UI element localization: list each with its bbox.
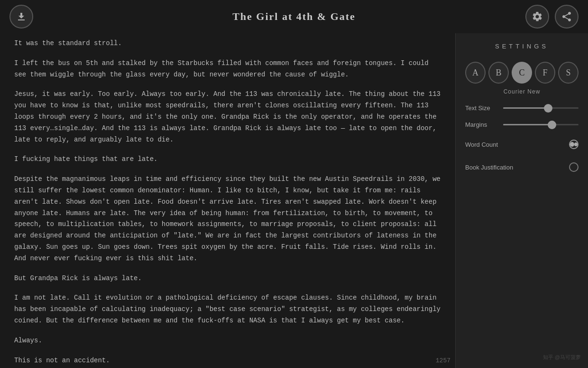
font-options: A B C F S bbox=[465, 62, 579, 84]
book-title: The Girl at 4th & Gate bbox=[232, 10, 356, 23]
margins-thumb[interactable] bbox=[548, 121, 556, 129]
text-size-fill bbox=[503, 107, 548, 109]
margins-fill bbox=[503, 124, 552, 125]
book-justification-label: Book Justification bbox=[465, 164, 513, 171]
paragraph-1: I left the bus on 5th and stalked by the… bbox=[14, 58, 441, 81]
paragraph-2: Jesus, it was early. Too early. Always t… bbox=[14, 89, 441, 145]
paragraph-4: Despite the magnanimous leaps in time an… bbox=[14, 174, 441, 264]
page-number: 1257 bbox=[436, 357, 450, 364]
settings-button[interactable] bbox=[525, 5, 549, 28]
paragraph-7: Always. bbox=[14, 335, 441, 347]
margins-label: Margins bbox=[465, 121, 498, 128]
book-justification-row: Book Justification bbox=[465, 160, 579, 174]
font-b-button[interactable]: B bbox=[488, 62, 509, 84]
download-button[interactable] bbox=[9, 5, 33, 28]
margins-slider[interactable] bbox=[503, 124, 579, 125]
header-left-controls bbox=[9, 5, 33, 28]
paragraph-0: It was the standard stroll. bbox=[14, 38, 441, 49]
text-size-label: Text Size bbox=[465, 104, 498, 112]
font-name-label: Courier New bbox=[465, 88, 579, 95]
text-size-slider[interactable] bbox=[503, 107, 579, 109]
font-f-button[interactable]: F bbox=[535, 62, 555, 84]
word-count-label: Word Count bbox=[465, 141, 498, 148]
paragraph-3: I fucking hate things that are late. bbox=[14, 154, 441, 165]
main-content: It was the standard stroll.I left the bu… bbox=[0, 33, 588, 368]
font-c-button[interactable]: C bbox=[512, 62, 532, 84]
font-s-button[interactable]: S bbox=[558, 62, 579, 84]
paragraph-8: This is not an accident.Failure is a for… bbox=[14, 355, 441, 368]
reading-pane[interactable]: It was the standard stroll.I left the bu… bbox=[0, 33, 455, 368]
margins-row: Margins bbox=[465, 121, 579, 128]
settings-panel: SETTINGS A B C F S Courier New Text Size… bbox=[455, 33, 588, 368]
font-a-button[interactable]: A bbox=[465, 62, 486, 84]
header-right-controls bbox=[525, 5, 579, 28]
text-size-thumb[interactable] bbox=[544, 104, 552, 113]
settings-title: SETTINGS bbox=[465, 43, 579, 50]
paragraph-6: I am not late. Call it evolution or a pa… bbox=[14, 293, 441, 326]
paragraph-5: But Grandpa Rick is always late. bbox=[14, 273, 441, 284]
word-count-radio[interactable] bbox=[569, 140, 579, 149]
share-button[interactable] bbox=[555, 5, 579, 28]
header: The Girl at 4th & Gate bbox=[0, 0, 588, 33]
word-count-row: Word Count bbox=[465, 138, 579, 151]
watermark: 知乎 @马可菠萝 bbox=[543, 354, 581, 361]
book-justification-radio[interactable] bbox=[569, 162, 579, 172]
text-size-row: Text Size bbox=[465, 104, 579, 112]
